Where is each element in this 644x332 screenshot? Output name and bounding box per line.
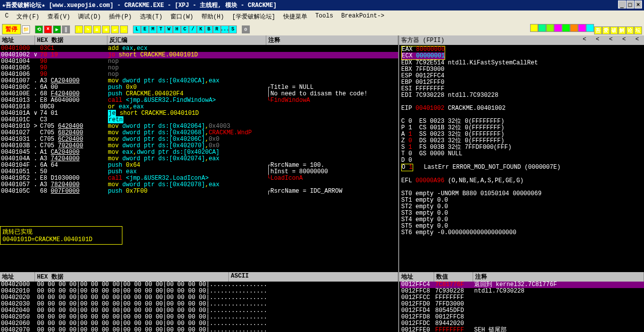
toolbar-W[interactable]: W <box>165 25 173 33</box>
tb-color-0[interactable] <box>586 24 594 32</box>
disasm-row[interactable]: 00401000 03C1add eax,ecx <box>0 45 398 52</box>
reg-arrows[interactable]: < < < < < <box>583 36 642 43</box>
disasm-row[interactable]: 00401002∨70 19jo short CRACKME.0040101D <box>0 52 398 58</box>
tb-right-0[interactable]: 吾 <box>594 26 602 34</box>
registers-header: 客方器 (FPII)< < < < < <box>399 35 644 45</box>
stack-col-val: 数值 <box>434 272 473 282</box>
maximize-button[interactable]: □ <box>627 0 634 8</box>
close-button-tb[interactable]: × <box>44 25 52 33</box>
tb-right-1[interactable]: 爱 <box>602 26 610 34</box>
info-target: 0040101D=CRACKME.0040101D <box>2 236 120 243</box>
goaddr-button[interactable]: → <box>120 25 128 33</box>
tb-right-5[interactable]: 坛 <box>634 26 642 34</box>
dump-col-addr: 地址 <box>0 272 35 282</box>
pause-indicator: 暂停 <box>2 24 21 34</box>
close-button[interactable]: × <box>635 0 642 8</box>
col-cmt: 注释 <box>266 35 398 45</box>
toolbar-M[interactable]: M <box>149 25 157 33</box>
dump-row[interactable]: 00402070 00 00 00 00|00 00 00 00|00 00 0… <box>1 327 398 332</box>
toolbar-/[interactable]: / <box>189 25 197 33</box>
toolbar-B[interactable]: B <box>205 25 213 33</box>
stack-col-addr: 地址 <box>399 272 434 282</box>
menu-debug[interactable]: 调试(D) <box>75 11 104 22</box>
col-dis: 反汇编 <box>107 35 266 45</box>
minimize-button[interactable]: _ <box>618 0 626 8</box>
col-hex: HEX 数据 <box>35 35 107 45</box>
disasm-view[interactable]: 00401000 03C1add eax,ecx00401002∨70 19jo… <box>0 45 398 226</box>
tillret-button[interactable]: ↵ <box>111 25 119 33</box>
menu-breakpoint[interactable]: BreakPoint-> <box>338 11 387 22</box>
stack-header: 地址 数值 注释 <box>399 272 644 282</box>
stack-view[interactable]: 0012FFC47C81776F返回到 kernel32.7C81776F001… <box>399 282 644 332</box>
settings-button[interactable]: ⚙ <box>242 25 250 33</box>
disasm-row[interactable]: 0040105C 68 007F0000push 0x7F00┌RsrcName… <box>0 188 398 195</box>
menu-options[interactable]: 选项(T) <box>137 11 166 22</box>
dump-header: 地址 HEX 数据 ASCII <box>0 272 398 282</box>
disasm-header: 地址 HEX 数据 反汇编 注释 <box>0 35 398 45</box>
tb-right-3[interactable]: 解 <box>618 26 626 34</box>
titlebar: ★吾爱破解论坛★ [www.xuepojie.com] - CRACKME.EX… <box>0 0 644 10</box>
window-controls: _□× <box>618 1 642 9</box>
toolbar-T[interactable]: T <box>157 25 165 33</box>
menu-tools[interactable]: Tools <box>312 11 336 22</box>
tb-color-6[interactable] <box>538 24 546 32</box>
run-button[interactable]: ▶ <box>53 25 61 33</box>
menu-help[interactable]: 帮助(H) <box>198 11 227 22</box>
tb-right-2[interactable]: 破 <box>610 26 618 34</box>
toolbar-R[interactable]: R <box>213 25 221 33</box>
tb-color-3[interactable] <box>562 24 570 32</box>
tb-color-4[interactable] <box>554 24 562 32</box>
traceinto-button[interactable]: ⇊ <box>93 25 101 33</box>
tb-color-1[interactable] <box>578 24 586 32</box>
menubar: C 文件(F) 查看(V) 调试(D) 插件(P) 选项(T) 窗口(W) 帮助… <box>0 10 644 23</box>
menu-forum[interactable]: [学爱破解论坛] <box>229 11 278 22</box>
disasm-row[interactable]: 0040104F.6A 64push 0x64┌RsrcName = 100. <box>0 162 398 169</box>
tb-color-5[interactable] <box>546 24 554 32</box>
menu-file[interactable]: 文件(F) <box>13 11 42 22</box>
stepinto-button[interactable]: ↓ <box>75 25 83 33</box>
app-icon: C <box>2 11 11 22</box>
registers-view[interactable]: EAX 80000000ECX 00000001EDX 7C92E514 ntd… <box>399 45 644 272</box>
disasm-row[interactable]: 00401018 0BC0or eax,eax <box>0 104 398 110</box>
stack-col-cmt: 注释 <box>473 272 644 282</box>
toolbar-L[interactable]: L <box>133 25 141 33</box>
info-jump-taken: 跳转已实现 <box>2 228 120 236</box>
window-title: ★吾爱破解论坛★ [www.xuepojie.com] - CRACKME.EX… <box>2 1 277 9</box>
dump-view[interactable]: 00402000 00 00 00 00|00 00 00 00|00 00 0… <box>0 282 398 332</box>
disasm-row[interactable]: 0040104A.A3 74204000mov dword ptr ds:[0x… <box>0 156 398 162</box>
open-button[interactable]: 📁 <box>22 25 30 33</box>
tb-color-7[interactable] <box>530 24 538 32</box>
menu-plugin[interactable]: 插件(P) <box>106 11 135 22</box>
menu-view[interactable]: 查看(V) <box>44 11 73 22</box>
stack-row[interactable]: 0012FFE0FFFFFFFFSEH 链尾部 <box>400 327 644 332</box>
toolbar: 暂停 📁 ⟲ × ▶ ‖ ↓ ↷ ⇊ ⇉ ↵ → LEMTWHC/KBR...S… <box>0 23 644 35</box>
disasm-row[interactable]: 0040101A∨74 01je short CRACKME.0040101D <box>0 110 398 117</box>
col-addr: 地址 <box>0 35 35 45</box>
pause-button[interactable]: ‖ <box>62 25 70 33</box>
toolbar-...[interactable]: ... <box>221 25 229 33</box>
tb-right-4[interactable]: 论 <box>626 26 634 34</box>
toolbar-K[interactable]: K <box>197 25 205 33</box>
tb-color-2[interactable] <box>570 24 578 32</box>
disasm-row[interactable]: 00401007.A3 CA204000mov dword ptr ds:[0x… <box>0 78 398 84</box>
disasm-row[interactable]: 00401004 90nop <box>0 58 398 65</box>
toolbar-E[interactable]: E <box>141 25 149 33</box>
restart-button[interactable]: ⟲ <box>35 25 43 33</box>
disasm-row[interactable]: 00401013.E8 A6040000call <jmp.&USER32.Fi… <box>0 97 398 104</box>
toolbar-S[interactable]: S <box>229 25 237 33</box>
menu-quickmenu[interactable]: 快捷菜单 <box>280 11 310 22</box>
traceover-button[interactable]: ⇉ <box>102 25 110 33</box>
menu-window[interactable]: 窗口(W) <box>167 11 196 22</box>
dump-col-hex: HEX 数据 <box>35 272 229 282</box>
toolbar-C[interactable]: C <box>181 25 189 33</box>
stepover-button[interactable]: ↷ <box>84 25 92 33</box>
disasm-row[interactable]: 00401005 90nop <box>0 65 398 71</box>
info-line: 跳转已实现 0040101D=CRACKME.0040101D <box>0 226 122 245</box>
dump-col-ascii: ASCII <box>229 272 398 282</box>
toolbar-H[interactable]: H <box>173 25 181 33</box>
